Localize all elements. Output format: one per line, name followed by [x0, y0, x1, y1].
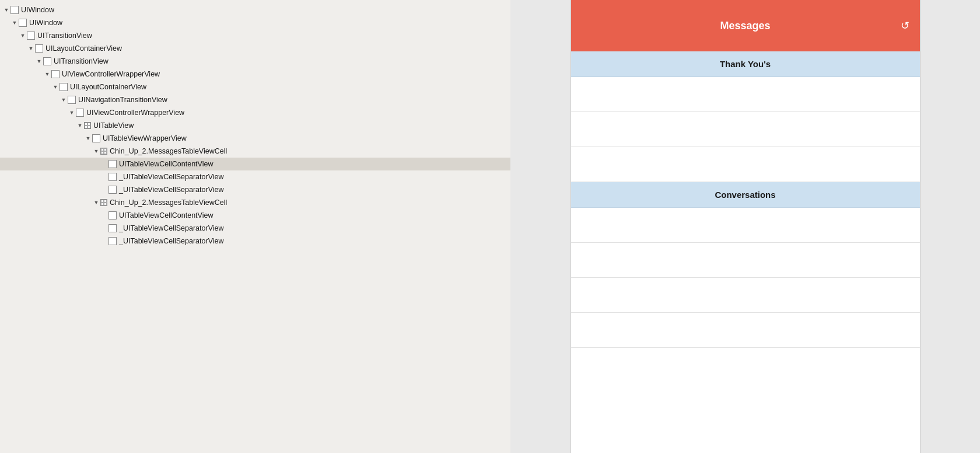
tree-item[interactable]: UITableView	[0, 119, 510, 132]
box-icon	[108, 173, 117, 181]
tree-item-label: UITableViewWrapperView	[103, 134, 187, 142]
tree-item-label: _UITableViewCellSeparatorView	[119, 186, 224, 194]
tree-item-label: UIWindow	[21, 6, 54, 14]
tree-item-label: UILayoutContainerView	[70, 83, 146, 91]
table-cell[interactable]	[571, 112, 920, 147]
table-cell[interactable]	[571, 147, 920, 182]
tree-arrow[interactable]	[68, 110, 76, 116]
tree-item[interactable]: UIViewControllerWrapperView	[0, 68, 510, 81]
tree-item[interactable]: UILayoutContainerView	[0, 42, 510, 55]
box-icon	[10, 6, 19, 14]
tree-item-label: UIViewControllerWrapperView	[86, 109, 184, 117]
box-icon	[108, 186, 117, 194]
tree-item[interactable]: _UITableViewCellSeparatorView	[0, 222, 510, 235]
tree-item[interactable]: _UITableViewCellSeparatorView	[0, 235, 510, 248]
tree-item-label: _UITableViewCellSeparatorView	[119, 224, 224, 232]
table-cell[interactable]	[571, 77, 920, 112]
tree-arrow[interactable]	[35, 58, 43, 64]
tree-item-label: Chin_Up_2.MessagesTableViewCell	[110, 147, 227, 155]
tree-item[interactable]: UITableViewCellContentView	[0, 209, 510, 222]
tree-arrow[interactable]	[76, 123, 84, 128]
tree-item-label: UITransitionView	[54, 57, 108, 65]
tree-item[interactable]: UIWindow	[0, 4, 510, 16]
box-icon	[35, 44, 43, 53]
tree-item-label: UITableView	[93, 121, 134, 130]
tree-item-label: _UITableViewCellSeparatorView	[119, 237, 224, 245]
box-icon	[43, 57, 51, 65]
tree-arrow[interactable]	[84, 135, 92, 141]
tree-item[interactable]: UITransitionView	[0, 29, 510, 42]
tree-item-label: UITableViewCellContentView	[119, 160, 213, 168]
table-icon	[100, 199, 107, 206]
section-header-text-0: Thank You's	[720, 59, 771, 69]
section-header-text-1: Conversations	[715, 190, 775, 200]
ios-simulator-panel: Messages ↺ Thank You'sConversations	[510, 0, 980, 453]
tree-item[interactable]: Chin_Up_2.MessagesTableViewCell	[0, 145, 510, 158]
tree-arrow[interactable]	[51, 84, 60, 90]
tree-item[interactable]: UITransitionView	[0, 55, 510, 68]
box-icon	[92, 134, 100, 142]
tree-arrow[interactable]	[43, 71, 51, 77]
tree-arrow[interactable]	[92, 200, 100, 205]
tree-arrow[interactable]	[92, 148, 100, 154]
tree-item-label: UIWindow	[29, 19, 62, 27]
tree-item[interactable]: UIViewControllerWrapperView	[0, 106, 510, 119]
box-icon	[19, 19, 27, 27]
nav-bar-title: Messages	[720, 20, 770, 32]
table-icon	[84, 122, 91, 129]
table-cell[interactable]	[571, 208, 920, 243]
tree-arrow[interactable]	[19, 33, 27, 39]
table-view: Thank You'sConversations	[571, 51, 920, 453]
box-icon	[51, 70, 60, 78]
tree-item[interactable]: Chin_Up_2.MessagesTableViewCell	[0, 196, 510, 209]
navigation-bar: Messages ↺	[571, 0, 920, 51]
table-cell[interactable]	[571, 278, 920, 313]
table-icon	[100, 148, 107, 155]
tree-arrow[interactable]	[60, 97, 68, 103]
tree-item[interactable]: UITableViewCellContentView	[0, 158, 510, 170]
tree-panel: UIWindowUIWindowUITransitionViewUILayout…	[0, 0, 510, 453]
tree-arrow[interactable]	[2, 7, 10, 13]
tree-item-label: Chin_Up_2.MessagesTableViewCell	[110, 198, 227, 207]
tree-item[interactable]: UITableViewWrapperView	[0, 132, 510, 145]
tree-item[interactable]: UIWindow	[0, 16, 510, 29]
tree-item[interactable]: _UITableViewCellSeparatorView	[0, 170, 510, 183]
tree-item-label: _UITableViewCellSeparatorView	[119, 173, 224, 181]
box-icon	[108, 224, 117, 232]
tree-item-label: UITableViewCellContentView	[119, 211, 213, 219]
tree-item-label: UILayoutContainerView	[46, 44, 122, 53]
tree-item[interactable]: UINavigationTransitionView	[0, 93, 510, 106]
box-icon	[27, 32, 35, 40]
tree-item-label: UIViewControllerWrapperView	[62, 70, 160, 78]
box-icon	[108, 211, 117, 219]
tree-item[interactable]: _UITableViewCellSeparatorView	[0, 183, 510, 196]
tree-arrow[interactable]	[27, 46, 35, 51]
table-cell[interactable]	[571, 313, 920, 348]
section-header-1: Conversations	[571, 182, 920, 208]
ios-screen: Messages ↺ Thank You'sConversations	[570, 0, 921, 453]
box-icon	[60, 83, 68, 91]
tree-item-label: UINavigationTransitionView	[78, 96, 167, 104]
refresh-icon[interactable]: ↺	[901, 19, 909, 32]
box-icon	[108, 160, 117, 168]
tree-item-label: UITransitionView	[37, 32, 92, 40]
box-icon	[108, 237, 117, 245]
table-cell[interactable]	[571, 243, 920, 278]
tree-arrow[interactable]	[10, 20, 19, 26]
section-header-0: Thank You's	[571, 51, 920, 77]
box-icon	[68, 96, 76, 104]
box-icon	[76, 109, 84, 117]
tree-item[interactable]: UILayoutContainerView	[0, 81, 510, 93]
